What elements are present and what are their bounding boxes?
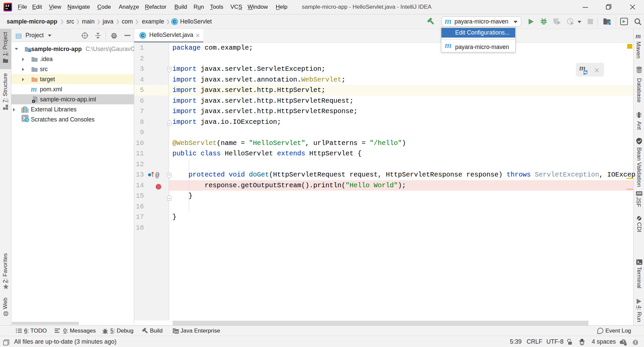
svg-text:EE: EE [175,330,178,333]
svg-text:?: ? [622,340,625,344]
